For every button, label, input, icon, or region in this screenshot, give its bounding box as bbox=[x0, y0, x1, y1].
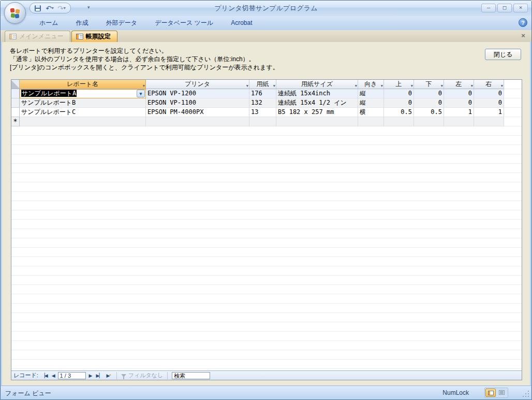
row-selector-current[interactable] bbox=[11, 89, 20, 98]
cell-left-margin[interactable]: 1 bbox=[444, 108, 474, 117]
tab-report-settings[interactable]: 帳票設定 bbox=[71, 31, 117, 42]
cell-orientation[interactable]: 横 bbox=[358, 108, 384, 117]
cell-report-name[interactable]: サンプルレポートB bbox=[20, 98, 146, 108]
row-selector[interactable] bbox=[11, 108, 20, 117]
cell-printer[interactable]: EPSON PM-4000PX bbox=[146, 108, 249, 117]
cell-empty[interactable] bbox=[444, 117, 474, 126]
column-header-bottom-margin[interactable]: 下▼ bbox=[414, 80, 444, 89]
column-dropdown-icon[interactable]: ▼ bbox=[501, 82, 503, 89]
cell-paper[interactable]: 176 bbox=[249, 89, 276, 98]
column-dropdown-icon[interactable]: ▼ bbox=[441, 82, 443, 89]
previous-record-button[interactable]: ◀ bbox=[51, 373, 56, 378]
cell-empty[interactable] bbox=[384, 117, 414, 126]
first-record-button[interactable]: ▕◀ bbox=[40, 373, 49, 378]
cell-report-name-editing[interactable]: サンプルレポートA ▼ bbox=[20, 89, 146, 98]
cell-right-margin[interactable]: 0 bbox=[474, 98, 504, 108]
cell-top-margin[interactable]: 0 bbox=[384, 98, 414, 108]
new-record-selector[interactable]: * bbox=[11, 117, 20, 126]
datasheet: レポート名▼ プリンタ▼ 用紙▼ 用紙サイズ▼ 向き▼ 上▼ 下▼ 左▼ 右▼ … bbox=[11, 79, 522, 380]
ribbon-tab-home[interactable]: ホーム bbox=[31, 16, 67, 30]
column-dropdown-icon[interactable]: ▼ bbox=[411, 82, 413, 89]
office-logo-icon bbox=[10, 8, 20, 18]
resize-grip[interactable] bbox=[523, 391, 530, 398]
cell-printer[interactable]: EPSON VP-1200 bbox=[146, 89, 249, 98]
column-dropdown-icon[interactable]: ▼ bbox=[471, 82, 473, 89]
ribbon-tab-create[interactable]: 作成 bbox=[67, 16, 97, 30]
column-header-orientation[interactable]: 向き▼ bbox=[358, 80, 384, 89]
column-header-top-margin[interactable]: 上▼ bbox=[384, 80, 414, 89]
cell-empty[interactable] bbox=[414, 117, 444, 126]
undo-icon: ↶ bbox=[46, 5, 52, 12]
column-dropdown-icon[interactable]: ▼ bbox=[355, 82, 357, 89]
undo-button[interactable]: ↶▾ bbox=[45, 4, 54, 12]
view-switcher bbox=[484, 388, 508, 398]
column-header-paper-size[interactable]: 用紙サイズ▼ bbox=[276, 80, 358, 89]
cell-empty[interactable] bbox=[358, 117, 384, 126]
cell-right-margin[interactable]: 0 bbox=[474, 89, 504, 98]
record-position-box[interactable]: 1 / 3 bbox=[58, 372, 86, 379]
ribbon-tab-external-data[interactable]: 外部データ bbox=[97, 16, 146, 30]
ribbon-tab-acrobat[interactable]: Acrobat bbox=[222, 16, 261, 30]
cell-empty[interactable] bbox=[474, 117, 504, 126]
column-header-left-margin[interactable]: 左▼ bbox=[444, 80, 474, 89]
cell-bottom-margin[interactable]: 0 bbox=[414, 98, 444, 108]
close-form-button[interactable]: 閉じる bbox=[485, 49, 521, 60]
cell-bottom-margin[interactable]: 0.5 bbox=[414, 108, 444, 117]
cell-paper[interactable]: 13 bbox=[249, 108, 276, 117]
column-header-right-margin[interactable]: 右▼ bbox=[474, 80, 504, 89]
ribbon-tab-strip: ホーム 作成 外部データ データベース ツール Acrobat ? bbox=[1, 16, 531, 30]
cell-empty[interactable] bbox=[146, 117, 249, 126]
help-icon[interactable]: ? bbox=[519, 18, 527, 27]
search-input[interactable]: 検索 bbox=[172, 372, 210, 379]
redo-button[interactable]: ↷▾ bbox=[57, 4, 66, 12]
column-dropdown-icon[interactable]: ▼ bbox=[273, 82, 275, 89]
column-dropdown-icon[interactable]: ▼ bbox=[246, 82, 248, 89]
column-dropdown-icon[interactable]: ▼ bbox=[381, 82, 383, 89]
cell-paper-size[interactable]: 連続紙 15x4inch bbox=[276, 89, 358, 98]
table-row: サンプルレポートB EPSON VP-1100 132 連続紙 15x4 1/2… bbox=[11, 98, 522, 108]
close-window-button[interactable]: × bbox=[513, 4, 528, 12]
cell-empty[interactable] bbox=[276, 117, 358, 126]
cell-orientation[interactable]: 縦 bbox=[358, 98, 384, 108]
column-header-paper[interactable]: 用紙▼ bbox=[249, 80, 276, 89]
column-header-report-name[interactable]: レポート名▼ bbox=[20, 80, 146, 89]
tab-main-menu[interactable]: メインメニュー bbox=[5, 31, 70, 42]
cell-top-margin[interactable]: 0 bbox=[384, 89, 414, 98]
combo-dropdown-button[interactable]: ▼ bbox=[137, 90, 145, 97]
cell-paper[interactable]: 132 bbox=[249, 98, 276, 108]
new-record-button[interactable]: ▶* bbox=[105, 373, 112, 378]
column-dropdown-icon[interactable]: ▼ bbox=[143, 82, 145, 89]
filter-status[interactable]: フィルタなし bbox=[121, 372, 164, 379]
last-record-button[interactable]: ▶▏ bbox=[95, 373, 104, 378]
customize-qat-button[interactable]: ▾ bbox=[87, 5, 90, 10]
cell-top-margin[interactable]: 0.5 bbox=[384, 108, 414, 117]
ribbon-tab-database-tools[interactable]: データベース ツール bbox=[146, 16, 222, 30]
window-title: プリンタ切替サンプルプログラム bbox=[1, 4, 531, 13]
selected-text: サンプルレポートA bbox=[21, 90, 77, 97]
save-button[interactable] bbox=[33, 4, 42, 12]
datasheet-grid: レポート名▼ プリンタ▼ 用紙▼ 用紙サイズ▼ 向き▼ 上▼ 下▼ 左▼ 右▼ … bbox=[11, 80, 522, 370]
cell-paper-size[interactable]: 連続紙 15x4 1/2 イン bbox=[276, 98, 358, 108]
column-header-printer[interactable]: プリンタ▼ bbox=[146, 80, 249, 89]
maximize-button[interactable]: □ bbox=[497, 4, 512, 12]
cell-empty[interactable] bbox=[20, 117, 146, 126]
cell-paper-size[interactable]: B5 182 x 257 mm bbox=[276, 108, 358, 117]
row-selector[interactable] bbox=[11, 98, 20, 108]
close-document-icon[interactable]: × bbox=[519, 32, 527, 40]
cell-orientation[interactable]: 縦 bbox=[358, 89, 384, 98]
cell-printer[interactable]: EPSON VP-1100 bbox=[146, 98, 249, 108]
cell-left-margin[interactable]: 0 bbox=[444, 98, 474, 108]
cell-right-margin[interactable]: 1 bbox=[474, 108, 504, 117]
divider bbox=[116, 372, 117, 379]
select-all-corner[interactable] bbox=[11, 80, 20, 89]
minimize-button[interactable]: — bbox=[481, 4, 496, 12]
cell-report-name[interactable]: サンプルレポートC bbox=[20, 108, 146, 117]
office-button[interactable] bbox=[4, 2, 26, 24]
cell-bottom-margin[interactable]: 0 bbox=[414, 89, 444, 98]
save-icon bbox=[35, 5, 41, 11]
form-view-button[interactable] bbox=[485, 389, 496, 397]
cell-left-margin[interactable]: 0 bbox=[444, 89, 474, 98]
design-view-button[interactable] bbox=[497, 389, 507, 397]
next-record-button[interactable]: ▶ bbox=[88, 373, 93, 378]
cell-empty[interactable] bbox=[249, 117, 276, 126]
